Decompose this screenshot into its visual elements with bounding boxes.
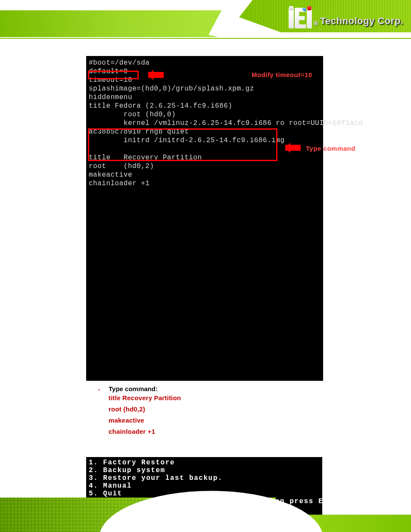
footer-banner — [0, 470, 411, 532]
annotation-command: Type command — [306, 144, 355, 153]
instruction-cmd: chainloader +1 — [109, 426, 385, 437]
brand-logo: ® Technology Corp. — [289, 8, 403, 28]
brand-name: Technology Corp. — [320, 16, 403, 28]
logo-letter-i — [289, 8, 294, 28]
highlight-timeout-box — [88, 71, 139, 79]
instruction-cmd: makeactive — [109, 415, 385, 426]
grub-config-console: #boot=/dev/sda default=0 timeout=10 spla… — [86, 56, 323, 381]
logo-letter-i2 — [307, 8, 312, 28]
instruction-cmd: root (hd0,2) — [109, 404, 385, 415]
logo-letter-e — [295, 8, 306, 28]
header-divider — [0, 38, 411, 39]
arrow-left-icon — [148, 72, 164, 78]
page-content: #boot=/dev/sda default=0 timeout=10 spla… — [0, 56, 411, 532]
instruction-lead: Type command: — [98, 385, 385, 392]
header-banner: ® Technology Corp. — [0, 0, 411, 48]
annotation-timeout: Modify timeout=10 — [252, 71, 312, 79]
header-texture-left — [0, 10, 241, 37]
trademark-symbol: ® — [313, 19, 319, 28]
instruction-cmd: title Recovery Partition — [109, 392, 385, 404]
highlight-command-box — [88, 128, 277, 161]
instruction-block: Type command: title Recovery Partition r… — [98, 385, 385, 437]
arrow-left-icon — [285, 145, 301, 151]
